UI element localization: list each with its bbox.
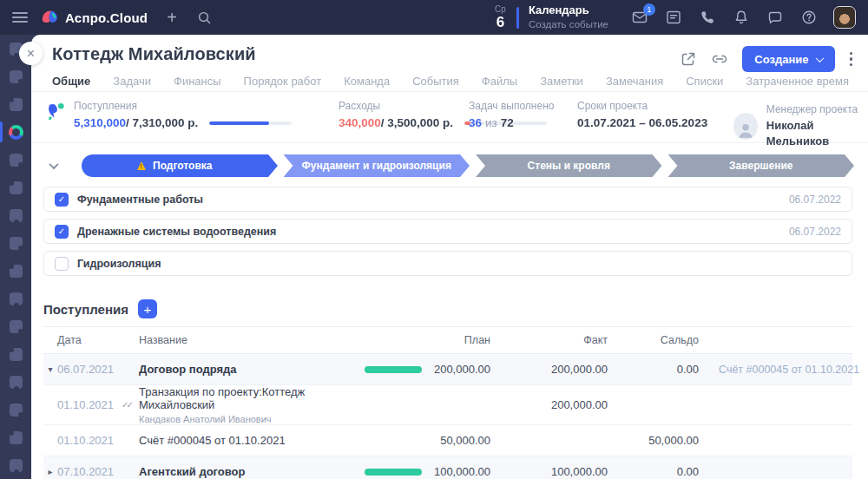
payments-table: Дата Название План Факт Сальдо ▾06.07.20… [43, 326, 852, 479]
tab-tasks[interactable]: Задачи [113, 75, 151, 88]
page-header: Коттедж Михайловский ОбщиеЗадачиФинансыП… [31, 35, 868, 92]
open-external-icon[interactable] [680, 50, 697, 68]
table-row[interactable]: 01.10.2021✓✓Транзакция по проекту:Коттед… [43, 385, 852, 425]
timer-icon [10, 459, 23, 472]
copy-link-icon[interactable] [710, 50, 729, 68]
row-name: Договор подряда [139, 363, 365, 376]
row-progress [365, 366, 425, 373]
table-row[interactable]: ▾06.07.2021Договор подряда200,000.00200,… [43, 354, 852, 385]
project-finance-icon [43, 101, 67, 128]
stage-preparation[interactable]: !Подготовка [82, 154, 268, 177]
stat-dates: Сроки проекта 01.07.2021 – 06.05.2023 [577, 100, 707, 129]
collapse-stages-icon[interactable] [45, 162, 62, 169]
create-button[interactable]: Создание [742, 46, 834, 72]
sidebar-item-products[interactable] [0, 368, 31, 396]
sidebar-item-projects[interactable] [0, 118, 31, 146]
checklist-item[interactable]: Гидроизоляция [43, 251, 852, 276]
row-name: Транзакция по проекту:Коттедж Михайловск… [139, 385, 365, 424]
checklist-item-date: 06.07.2022 [789, 194, 841, 206]
sidebar-item-links[interactable] [0, 146, 31, 174]
checklist: ✓Фундаментные работы06.07.2022✓Дренажные… [43, 187, 852, 276]
checklist-item[interactable]: ✓Дренажные системы водоотведения06.07.20… [43, 219, 852, 244]
col-name: Название [139, 334, 365, 346]
tab-time-spent[interactable]: Затраченное время [746, 75, 849, 88]
sidebar-item-funnel[interactable] [0, 90, 31, 118]
sidebar-item-clients[interactable] [0, 257, 31, 285]
row-plan: 100,000.00 [425, 465, 490, 478]
row-date: 01.10.2021 [57, 434, 139, 447]
notes-icon [10, 237, 23, 250]
sidebar-item-deals[interactable] [0, 312, 31, 340]
sidebar-item-docs[interactable] [0, 340, 31, 368]
brand-logo-icon[interactable] [40, 8, 59, 27]
expander-icon[interactable]: ▾ [43, 364, 57, 374]
search-icon[interactable] [196, 10, 213, 26]
phone-icon[interactable] [699, 9, 716, 26]
table-body: ▾06.07.2021Договор подряда200,000.00200,… [43, 354, 852, 479]
sidebar-item-import[interactable] [0, 285, 31, 312]
sidebar-item-chat[interactable] [0, 201, 31, 229]
stage-walls-roof[interactable]: Стены и кровля [476, 154, 662, 177]
row-title[interactable]: Счёт #000045 от 01.10.2021 [139, 434, 358, 447]
app-sidebar [0, 35, 31, 479]
tab-team[interactable]: Команда [344, 75, 390, 88]
double-check-icon: ✓✓ [122, 400, 131, 410]
tab-finance[interactable]: Финансы [174, 75, 221, 88]
row-date: 07.10.2021 [57, 465, 139, 478]
journal-icon[interactable] [665, 9, 682, 26]
row-title[interactable]: Агентский договор [139, 465, 358, 478]
tab-general[interactable]: Общие [52, 75, 90, 88]
row-plan: 200,000.00 [425, 363, 490, 376]
sidebar-item-contacts[interactable] [0, 423, 31, 451]
tab-lists[interactable]: Списки [686, 75, 723, 88]
checklist-item[interactable]: ✓Фундаментные работы06.07.2022 [43, 187, 852, 212]
invoice-link[interactable]: Счёт #000045 от 01.10.2021 [699, 364, 852, 376]
team-icon [10, 181, 23, 194]
stage-foundation[interactable]: Фундамент и гидроизоляция [284, 154, 470, 177]
more-menu-icon[interactable] [848, 50, 855, 69]
user-avatar[interactable] [833, 6, 856, 29]
stage-completion[interactable]: Завершение [668, 154, 855, 177]
quick-add-icon[interactable]: + [167, 9, 177, 26]
manager-avatar[interactable] [733, 113, 758, 140]
table-row[interactable]: ▸07.10.2021Агентский договор100,000.0010… [43, 456, 852, 479]
expander-icon[interactable]: ▸ [43, 467, 57, 476]
sidebar-item-notes[interactable] [0, 229, 31, 257]
create-button-label: Создание [754, 53, 808, 66]
menu-icon[interactable] [12, 12, 28, 23]
stage-label: Фундамент и гидроизоляция [302, 160, 451, 172]
notification-badge: 1 [643, 3, 655, 16]
checkbox[interactable]: ✓ [55, 225, 69, 239]
stat-dates-label: Сроки проекта [577, 100, 707, 112]
help-icon[interactable] [800, 9, 818, 26]
sidebar-item-tasks[interactable] [0, 62, 31, 90]
chat-icon[interactable] [766, 9, 784, 26]
bell-icon[interactable] [733, 9, 750, 26]
sidebar-item-finance[interactable] [0, 396, 31, 423]
checkbox[interactable] [55, 257, 69, 271]
tab-notes[interactable]: Заметки [540, 75, 583, 88]
checklist-item-date: 06.07.2022 [789, 226, 841, 238]
checkbox[interactable]: ✓ [55, 193, 69, 207]
close-button[interactable]: × [19, 42, 43, 65]
col-fact: Факт [490, 334, 608, 346]
topbar-right: Ср 6 Календарь Создать событие 1 [495, 4, 868, 30]
calendar-title[interactable]: Календарь [529, 4, 608, 17]
sidebar-item-timer[interactable] [0, 451, 31, 479]
table-row[interactable]: 01.10.2021Счёт #000045 от 01.10.202150,0… [43, 425, 852, 456]
row-title[interactable]: Транзакция по проекту:Коттедж Михайловск… [139, 385, 358, 411]
row-title[interactable]: Договор подряда [139, 363, 358, 376]
sidebar-item-team[interactable] [0, 174, 31, 201]
calendar-date-widget[interactable]: Ср 6 [495, 5, 506, 30]
tab-remarks[interactable]: Замечания [606, 75, 663, 88]
finance-icon [10, 404, 23, 417]
tab-events[interactable]: События [412, 75, 459, 88]
tab-files[interactable]: Файлы [482, 75, 517, 88]
brand-name[interactable]: Аспро.Cloud [65, 10, 148, 25]
mail-icon[interactable]: 1 [631, 9, 648, 26]
calendar-shortcut[interactable]: Календарь Создать событие [529, 4, 608, 30]
add-payment-button[interactable]: + [138, 299, 157, 318]
tasks-done: 36 [469, 116, 482, 129]
create-event-link[interactable]: Создать событие [529, 19, 608, 30]
tab-work-order[interactable]: Порядок работ [244, 75, 322, 88]
